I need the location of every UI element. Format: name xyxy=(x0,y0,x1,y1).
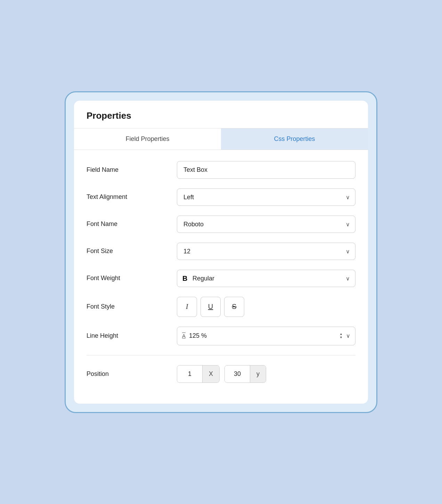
stepper-up-icon[interactable]: ▲ xyxy=(339,333,343,336)
tab-css-properties[interactable]: Css Properties xyxy=(221,128,368,150)
text-alignment-label: Text Alignment xyxy=(87,193,177,201)
font-name-row: Font Name Roboto Arial Times New Roman G… xyxy=(87,216,355,233)
text-alignment-select[interactable]: Left Center Right Justify xyxy=(177,188,355,206)
field-name-row: Field Name xyxy=(87,161,355,179)
font-style-row: Font Style I U S xyxy=(87,297,355,317)
text-alignment-wrapper: Left Center Right Justify ∨ xyxy=(177,188,355,206)
font-size-wrapper: 8 10 12 14 16 18 20 24 ∨ xyxy=(177,243,355,260)
tabs-row: Field Properties Css Properties xyxy=(74,128,368,150)
position-x-label: X xyxy=(202,366,219,383)
font-name-control: Roboto Arial Times New Roman Georgia ∨ xyxy=(177,216,355,233)
line-height-row: Line Height A 125 % ▲ ▼ ∨ xyxy=(87,327,355,345)
font-name-wrapper: Roboto Arial Times New Roman Georgia ∨ xyxy=(177,216,355,233)
font-weight-row: Font Weight Thin Light Regular Medium Bo… xyxy=(87,270,355,287)
panel-body: Field Name Text Alignment Left Center Ri… xyxy=(74,150,368,404)
font-style-buttons: I U S xyxy=(177,297,355,317)
line-height-a-icon: A xyxy=(182,333,186,339)
field-name-control xyxy=(177,161,355,179)
underline-button[interactable]: U xyxy=(200,297,221,317)
font-weight-wrapper: Thin Light Regular Medium Bold Black B ∨ xyxy=(177,270,355,287)
line-height-control: A 125 % ▲ ▼ ∨ xyxy=(177,327,355,345)
font-weight-label: Font Weight xyxy=(87,275,177,282)
panel-title: Properties xyxy=(87,110,355,121)
properties-panel: Properties Field Properties Css Properti… xyxy=(74,101,368,404)
font-size-label: Font Size xyxy=(87,247,177,255)
font-size-row: Font Size 8 10 12 14 16 18 20 24 xyxy=(87,243,355,260)
line-height-stepper[interactable]: ▲ ▼ xyxy=(339,333,343,339)
section-divider xyxy=(87,355,355,355)
position-y-label: y xyxy=(250,366,266,383)
strikethrough-button[interactable]: S xyxy=(224,297,244,317)
italic-button[interactable]: I xyxy=(177,297,197,317)
font-style-label: Font Style xyxy=(87,303,177,310)
line-height-input-group: A 125 % ▲ ▼ ∨ xyxy=(177,327,355,345)
position-x-input[interactable] xyxy=(177,366,202,383)
field-name-input[interactable] xyxy=(177,161,355,179)
line-height-chevron-icon[interactable]: ∨ xyxy=(346,333,350,339)
font-weight-control: Thin Light Regular Medium Bold Black B ∨ xyxy=(177,270,355,287)
position-inputs: X y xyxy=(177,365,355,383)
line-height-value: 125 % xyxy=(189,332,339,339)
tab-field-properties[interactable]: Field Properties xyxy=(74,128,221,150)
font-style-control: I U S xyxy=(177,297,355,317)
font-size-select[interactable]: 8 10 12 14 16 18 20 24 xyxy=(177,243,355,260)
text-alignment-control: Left Center Right Justify ∨ xyxy=(177,188,355,206)
font-name-select[interactable]: Roboto Arial Times New Roman Georgia xyxy=(177,216,355,233)
outer-container: Properties Field Properties Css Properti… xyxy=(65,91,377,413)
position-y-group: y xyxy=(224,365,266,383)
font-name-label: Font Name xyxy=(87,220,177,228)
field-name-label: Field Name xyxy=(87,166,177,174)
position-label: Position xyxy=(87,370,177,378)
panel-header: Properties xyxy=(74,101,368,128)
position-x-group: X xyxy=(177,365,220,383)
line-height-label: Line Height xyxy=(87,332,177,339)
position-row: Position X y xyxy=(87,365,355,383)
position-y-input[interactable] xyxy=(225,366,250,383)
position-control: X y xyxy=(177,365,355,383)
text-alignment-row: Text Alignment Left Center Right Justify… xyxy=(87,188,355,206)
font-size-control: 8 10 12 14 16 18 20 24 ∨ xyxy=(177,243,355,260)
font-weight-select[interactable]: Thin Light Regular Medium Bold Black xyxy=(177,270,355,287)
stepper-down-icon[interactable]: ▼ xyxy=(339,336,343,339)
